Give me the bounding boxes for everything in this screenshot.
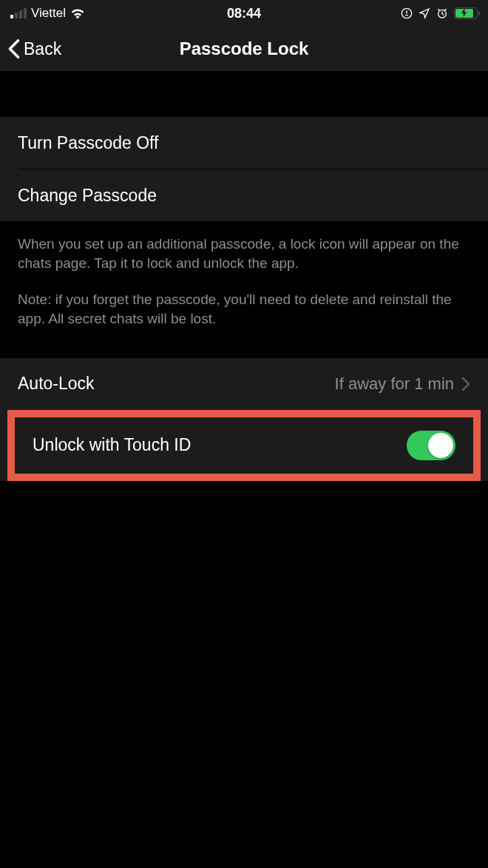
list-item-label: Change Passcode [18, 186, 157, 206]
auto-lock-label: Auto-Lock [18, 374, 95, 394]
status-right [401, 7, 478, 19]
location-icon [418, 7, 430, 19]
auto-lock-value: If away for 1 min [335, 374, 454, 394]
chevron-left-icon [7, 38, 21, 59]
carrier-label: Viettel [31, 6, 66, 21]
auto-lock-value-container: If away for 1 min [335, 374, 470, 394]
touch-id-toggle[interactable] [407, 431, 455, 460]
spacer [0, 71, 488, 117]
auto-lock-row[interactable]: Auto-Lock If away for 1 min [0, 358, 488, 410]
footer-paragraph: Note: if you forget the passcode, you'll… [18, 290, 470, 328]
highlight-annotation: Unlock with Touch ID [7, 410, 481, 481]
orientation-lock-icon [401, 7, 413, 19]
list-item-label: Turn Passcode Off [18, 133, 158, 153]
battery-icon [454, 7, 478, 19]
footer-paragraph: When you set up an additional passcode, … [18, 235, 470, 272]
unlock-touch-id-row[interactable]: Unlock with Touch ID [15, 417, 473, 474]
wifi-icon [70, 7, 85, 19]
status-left: Viettel [10, 6, 85, 21]
back-label: Back [24, 39, 61, 59]
navigation-bar: Back Passcode Lock [0, 27, 488, 71]
passcode-actions-group: Turn Passcode Off Change Passcode [0, 117, 488, 221]
status-bar: Viettel 08:44 [0, 0, 488, 27]
alarm-icon [436, 7, 448, 19]
signal-strength-icon [10, 8, 27, 18]
clock-label: 08:44 [227, 6, 261, 21]
chevron-right-icon [461, 377, 470, 391]
lock-options-group: Auto-Lock If away for 1 min Unlock with … [0, 358, 488, 481]
change-passcode-button[interactable]: Change Passcode [0, 169, 488, 221]
toggle-knob [428, 433, 453, 458]
touch-id-label: Unlock with Touch ID [33, 435, 191, 455]
charging-bolt-icon [461, 8, 467, 18]
passcode-footer-text: When you set up an additional passcode, … [0, 221, 488, 358]
back-button[interactable]: Back [7, 38, 61, 59]
page-title: Passcode Lock [180, 38, 309, 59]
turn-passcode-off-button[interactable]: Turn Passcode Off [0, 117, 488, 169]
